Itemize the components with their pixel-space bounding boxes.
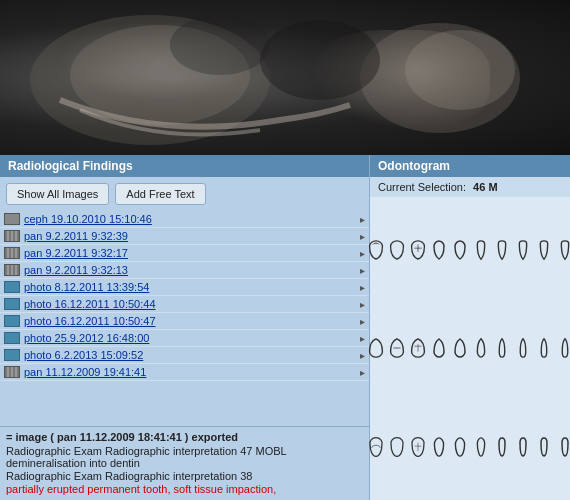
lower-molar-2[interactable] bbox=[388, 436, 406, 458]
tooth-15[interactable] bbox=[430, 239, 448, 261]
tooth-48[interactable] bbox=[367, 337, 385, 359]
image-list-container[interactable]: ceph 19.10.2010 15:10:46▸pan 9.2.2011 9:… bbox=[0, 211, 369, 426]
list-item-label: photo 25.9.2012 16:48:00 bbox=[24, 332, 149, 344]
left-panel-title: Radiological Findings bbox=[0, 155, 369, 177]
tooth-41[interactable] bbox=[514, 337, 532, 359]
radiological-findings-panel: Radiological Findings Show All Images Ad… bbox=[0, 155, 370, 500]
list-item-label: ceph 19.10.2010 15:10:46 bbox=[24, 213, 152, 225]
tooth-47[interactable] bbox=[388, 337, 406, 359]
lower-incisor-3[interactable] bbox=[535, 436, 553, 458]
tooth-42[interactable] bbox=[493, 337, 511, 359]
ceph-icon bbox=[4, 213, 20, 225]
tooth-22[interactable] bbox=[556, 239, 571, 261]
lower-incisor-1[interactable] bbox=[493, 436, 511, 458]
pan-icon bbox=[4, 264, 20, 276]
list-item-arrow: ▸ bbox=[360, 333, 365, 344]
tooth-16[interactable] bbox=[409, 239, 427, 261]
list-item[interactable]: pan 9.2.2011 9:32:39▸ bbox=[0, 228, 369, 245]
lower-incisor-4[interactable] bbox=[556, 436, 571, 458]
right-panel-title: Odontogram bbox=[370, 155, 570, 177]
current-selection-area: Current Selection: 46 M bbox=[370, 177, 570, 197]
tooth-13[interactable] bbox=[472, 239, 490, 261]
list-item-label: pan 11.12.2009 19:41:41 bbox=[24, 366, 146, 378]
tooth-18[interactable] bbox=[367, 239, 385, 261]
list-item-label: pan 9.2.2011 9:32:17 bbox=[24, 247, 128, 259]
pan-icon bbox=[4, 247, 20, 259]
info-line-2: Radiographic Exam Radiographic interpret… bbox=[6, 445, 363, 469]
tooth-32[interactable] bbox=[556, 337, 571, 359]
bottom-info-area: = image ( pan 11.12.2009 18:41:41 ) expo… bbox=[0, 426, 369, 500]
photo-icon bbox=[4, 298, 20, 310]
left-panel-buttons: Show All Images Add Free Text bbox=[0, 177, 369, 211]
list-item-label: photo 16.12.2011 10:50:44 bbox=[24, 298, 156, 310]
photo-icon bbox=[4, 349, 20, 361]
list-item[interactable]: pan 11.12.2009 19:41:41▸ bbox=[0, 364, 369, 381]
photo-icon bbox=[4, 315, 20, 327]
tooth-21[interactable] bbox=[535, 239, 553, 261]
tooth-14[interactable] bbox=[451, 239, 469, 261]
upper-teeth-row bbox=[367, 239, 571, 261]
xray-image bbox=[0, 0, 570, 155]
tooth-11[interactable] bbox=[514, 239, 532, 261]
odontogram-teeth-area[interactable] bbox=[370, 197, 570, 500]
lower-canine-1[interactable] bbox=[472, 436, 490, 458]
list-item[interactable]: photo 25.9.2012 16:48:00▸ bbox=[0, 330, 369, 347]
svg-point-4 bbox=[260, 20, 380, 100]
lower-teeth-row-1 bbox=[367, 337, 571, 359]
current-selection-label: Current Selection: bbox=[378, 181, 466, 193]
list-item-label: photo 8.12.2011 13:39:54 bbox=[24, 281, 149, 293]
current-selection-value: 46 M bbox=[473, 181, 497, 193]
tooth-45[interactable] bbox=[430, 337, 448, 359]
show-all-images-button[interactable]: Show All Images bbox=[6, 183, 109, 205]
list-item-arrow: ▸ bbox=[360, 282, 365, 293]
tooth-12[interactable] bbox=[493, 239, 511, 261]
list-item-arrow: ▸ bbox=[360, 367, 365, 378]
odontogram-panel: Odontogram Current Selection: 46 M bbox=[370, 155, 570, 500]
pan-icon bbox=[4, 230, 20, 242]
photo-icon bbox=[4, 281, 20, 293]
list-item[interactable]: ceph 19.10.2010 15:10:46▸ bbox=[0, 211, 369, 228]
tooth-17[interactable] bbox=[388, 239, 406, 261]
svg-point-3 bbox=[405, 30, 515, 110]
list-item-label: pan 9.2.2011 9:32:13 bbox=[24, 264, 128, 276]
list-item[interactable]: photo 8.12.2011 13:39:54▸ bbox=[0, 279, 369, 296]
list-item-arrow: ▸ bbox=[360, 248, 365, 259]
tooth-44[interactable] bbox=[451, 337, 469, 359]
tooth-43[interactable] bbox=[472, 337, 490, 359]
xray-svg bbox=[0, 0, 570, 155]
lower-molar-1[interactable] bbox=[367, 436, 385, 458]
list-item-arrow: ▸ bbox=[360, 214, 365, 225]
photo-icon bbox=[4, 332, 20, 344]
list-item[interactable]: pan 9.2.2011 9:32:13▸ bbox=[0, 262, 369, 279]
svg-point-5 bbox=[170, 15, 270, 75]
image-list: ceph 19.10.2010 15:10:46▸pan 9.2.2011 9:… bbox=[0, 211, 369, 381]
list-item-arrow: ▸ bbox=[360, 316, 365, 327]
list-item-arrow: ▸ bbox=[360, 299, 365, 310]
list-item-arrow: ▸ bbox=[360, 231, 365, 242]
lower-molar-3[interactable] bbox=[409, 436, 427, 458]
list-item[interactable]: photo 16.12.2011 10:50:44▸ bbox=[0, 296, 369, 313]
info-line-4: partially erupted permanent tooth, soft … bbox=[6, 483, 363, 495]
lower-teeth-row-2 bbox=[367, 436, 571, 458]
list-item-label: photo 6.2.2013 15:09:52 bbox=[24, 349, 143, 361]
add-free-text-button[interactable]: Add Free Text bbox=[115, 183, 205, 205]
tooth-31[interactable] bbox=[535, 337, 553, 359]
list-item[interactable]: photo 6.2.2013 15:09:52▸ bbox=[0, 347, 369, 364]
tooth-46[interactable] bbox=[409, 337, 427, 359]
list-item-arrow: ▸ bbox=[360, 350, 365, 361]
list-item-label: pan 9.2.2011 9:32:39 bbox=[24, 230, 128, 242]
info-line-3: Radiographic Exam Radiographic interpret… bbox=[6, 470, 363, 482]
list-item[interactable]: pan 9.2.2011 9:32:17▸ bbox=[0, 245, 369, 262]
list-item[interactable]: photo 16.12.2011 10:50:47▸ bbox=[0, 313, 369, 330]
list-item-arrow: ▸ bbox=[360, 265, 365, 276]
list-item-label: photo 16.12.2011 10:50:47 bbox=[24, 315, 156, 327]
lower-incisor-2[interactable] bbox=[514, 436, 532, 458]
pan-icon bbox=[4, 366, 20, 378]
lower-premolar-1[interactable] bbox=[430, 436, 448, 458]
info-line-1: = image ( pan 11.12.2009 18:41:41 ) expo… bbox=[6, 431, 363, 443]
lower-premolar-2[interactable] bbox=[451, 436, 469, 458]
